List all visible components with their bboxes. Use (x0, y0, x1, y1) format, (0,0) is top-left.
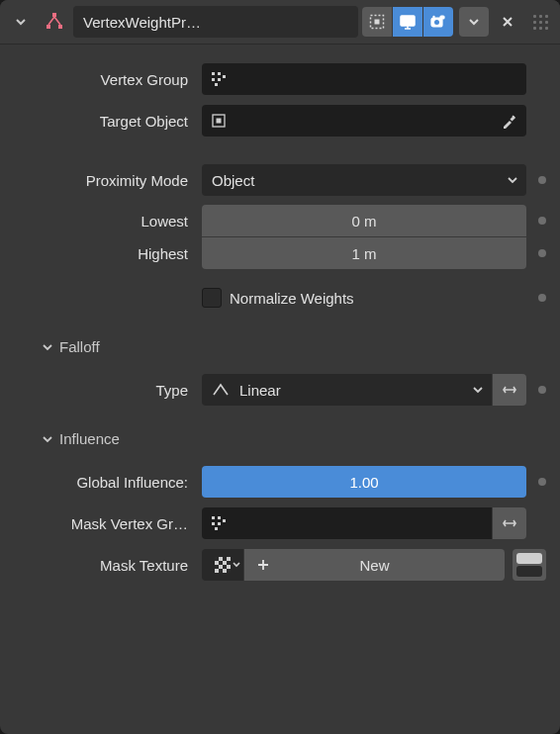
panel-header: VertexWeightPr… (0, 0, 560, 45)
global-influence-row: Global Influence: 1.00 (14, 465, 546, 499)
texture-properties-button[interactable] (513, 549, 546, 581)
normalize-checkbox[interactable] (202, 288, 222, 308)
texture-browse-dropdown[interactable] (202, 549, 243, 581)
svg-rect-13 (218, 78, 221, 81)
show-in-viewport-toggle[interactable] (393, 7, 422, 37)
animate-dot[interactable] (538, 478, 546, 486)
new-texture-button[interactable]: New (244, 549, 505, 581)
chevron-down-icon (472, 384, 484, 396)
svg-rect-23 (215, 527, 218, 530)
panel-body: Vertex Group Target Object (0, 45, 560, 596)
global-influence-slider[interactable]: 1.00 (202, 466, 526, 498)
invert-mask-vg-button[interactable] (493, 507, 526, 539)
animate-dot[interactable] (538, 217, 546, 225)
visibility-toggle-group (362, 7, 453, 37)
modifier-type-icon (40, 7, 69, 37)
svg-rect-0 (52, 13, 56, 17)
lowest-value: 0 m (351, 213, 376, 229)
svg-rect-17 (217, 119, 222, 124)
vertex-group-icon (208, 63, 230, 95)
animate-dot[interactable] (538, 386, 546, 394)
animate-dot[interactable] (538, 294, 546, 302)
plus-icon (256, 558, 270, 572)
svg-rect-25 (215, 557, 219, 561)
target-object-row: Target Object (14, 104, 546, 138)
modifier-panel: VertexWeightPr… (0, 0, 560, 734)
drag-handle[interactable] (530, 15, 550, 30)
svg-rect-20 (212, 522, 215, 525)
object-icon (208, 105, 230, 137)
lowest-field[interactable]: 0 m (202, 205, 526, 236)
falloff-shape-icon (212, 383, 230, 397)
vertex-group-icon (208, 507, 230, 539)
svg-rect-11 (218, 72, 221, 75)
highest-label: Highest (14, 245, 202, 262)
highest-value: 1 m (351, 245, 376, 262)
target-object-field[interactable] (202, 105, 526, 137)
checker-icon (215, 557, 231, 573)
animate-dot[interactable] (538, 176, 546, 184)
modifier-extras-menu[interactable] (459, 7, 489, 37)
svg-rect-14 (223, 75, 226, 78)
influence-subpanel-header[interactable]: Influence (14, 426, 546, 451)
mask-texture-label: Mask Texture (14, 557, 202, 574)
svg-rect-19 (218, 516, 221, 519)
animate-dot[interactable] (538, 249, 546, 257)
svg-rect-21 (218, 522, 221, 525)
vertex-group-row: Vertex Group (14, 62, 546, 96)
mask-vertex-group-field[interactable] (202, 507, 492, 539)
svg-rect-30 (223, 565, 227, 569)
global-influence-value: 1.00 (349, 474, 378, 491)
vertex-group-label: Vertex Group (14, 71, 202, 88)
chevron-down-icon (507, 174, 518, 186)
mask-texture-row: Mask Texture (14, 548, 546, 582)
svg-point-9 (432, 16, 434, 18)
falloff-type-row: Type Linear (14, 373, 546, 407)
svg-rect-27 (219, 561, 223, 565)
svg-rect-1 (47, 25, 50, 29)
svg-rect-26 (223, 557, 227, 561)
show-in-editmode-toggle[interactable] (362, 7, 392, 37)
panel-collapse-toggle[interactable] (6, 7, 36, 37)
lowest-row: Lowest 0 m (14, 205, 546, 236)
svg-rect-10 (212, 72, 215, 75)
falloff-section-label: Falloff (59, 338, 100, 355)
svg-rect-28 (227, 561, 231, 565)
proximity-mode-value: Object (212, 172, 254, 189)
svg-rect-8 (440, 16, 444, 19)
svg-rect-2 (58, 25, 62, 29)
svg-rect-4 (375, 20, 380, 25)
normalize-label: Normalize Weights (230, 290, 354, 307)
proximity-mode-dropdown[interactable]: Object (202, 164, 526, 196)
mask-vertex-group-label: Mask Vertex Gr… (14, 515, 202, 532)
normalize-row: Normalize Weights (14, 281, 546, 315)
svg-rect-12 (212, 78, 215, 81)
new-texture-label: New (359, 557, 389, 574)
svg-rect-31 (219, 569, 223, 573)
svg-rect-15 (215, 83, 218, 86)
modifier-name-text: VertexWeightPr… (83, 14, 201, 31)
svg-rect-22 (223, 519, 226, 522)
falloff-type-label: Type (14, 382, 202, 399)
svg-rect-5 (401, 16, 415, 26)
falloff-type-dropdown[interactable]: Linear (202, 374, 492, 406)
svg-rect-32 (227, 569, 231, 573)
vertex-group-field[interactable] (202, 63, 526, 95)
mask-vertex-group-row: Mask Vertex Gr… (14, 506, 546, 540)
svg-rect-18 (212, 516, 215, 519)
svg-rect-29 (215, 565, 219, 569)
modifier-name-field[interactable]: VertexWeightPr… (73, 6, 358, 38)
falloff-subpanel-header[interactable]: Falloff (14, 334, 546, 359)
highest-field[interactable]: 1 m (202, 237, 526, 269)
invert-falloff-button[interactable] (493, 374, 526, 406)
falloff-type-value: Linear (239, 382, 281, 399)
show-in-render-toggle[interactable] (423, 7, 453, 37)
chevron-down-icon (233, 561, 240, 569)
lowest-label: Lowest (14, 213, 202, 229)
influence-section-label: Influence (59, 430, 120, 447)
delete-modifier-button[interactable] (493, 7, 522, 37)
proximity-mode-label: Proximity Mode (14, 172, 202, 189)
global-influence-label: Global Influence: (14, 474, 202, 491)
highest-row: Highest 1 m (14, 237, 546, 269)
eyedropper-icon[interactable] (501, 112, 518, 130)
